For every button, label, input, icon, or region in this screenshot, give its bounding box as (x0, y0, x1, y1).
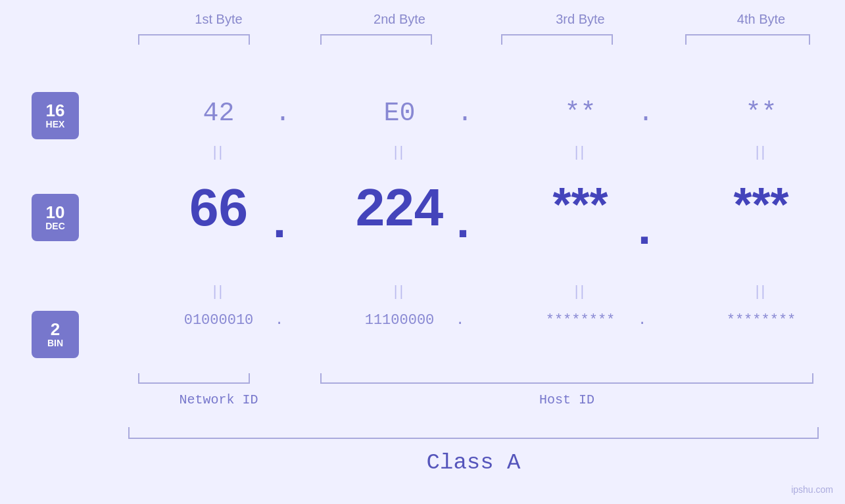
hex-dot3: . (638, 99, 654, 128)
hex-dot2: . (457, 99, 473, 128)
equals2-col3: || (490, 283, 671, 300)
equals1-col2: || (309, 143, 490, 160)
bin-dot3: . (638, 312, 646, 329)
dec-badge: 10 DEC (32, 194, 79, 241)
byte3-header: 3rd Byte (490, 12, 671, 27)
hex-badge: 16 HEX (32, 92, 79, 139)
byte2-header: 2nd Byte (309, 12, 490, 27)
equals2-col4: || (671, 283, 845, 300)
watermark: ipshu.com (791, 484, 833, 496)
byte1-header: 1st Byte (128, 12, 309, 27)
byte4-header: 4th Byte (671, 12, 845, 27)
equals2-col2: || (309, 283, 490, 300)
hex-dot1: . (275, 99, 291, 128)
bracket-full (128, 427, 819, 439)
bin-dot2: . (456, 312, 464, 329)
dec-dot3: . (638, 200, 651, 254)
bracket-top-4 (685, 34, 810, 45)
dec-col4: *** (671, 177, 845, 231)
bin-col4: ******** (671, 312, 845, 329)
equals1-col4: || (671, 143, 845, 160)
equals1-col3: || (490, 143, 671, 160)
bin-badge: 2 BIN (32, 311, 79, 358)
bracket-top-1 (138, 34, 250, 45)
equals1-col1: || (128, 143, 309, 160)
page-container: 1st Byte 2nd Byte 3rd Byte 4th Byte 16 H… (0, 0, 845, 504)
bracket-bottom-host (320, 373, 813, 384)
bin-dot1: . (275, 312, 283, 329)
equals2-col1: || (128, 283, 309, 300)
bracket-top-2 (320, 34, 432, 45)
bracket-top-3 (501, 34, 613, 45)
bracket-bottom-network (138, 373, 250, 384)
network-id-label: Network ID (128, 392, 309, 407)
dec-dot1: . (273, 194, 286, 248)
hex-col4: ** (671, 99, 845, 128)
host-id-label: Host ID (320, 392, 813, 407)
dec-dot2: . (456, 194, 470, 248)
class-label: Class A (128, 450, 819, 475)
